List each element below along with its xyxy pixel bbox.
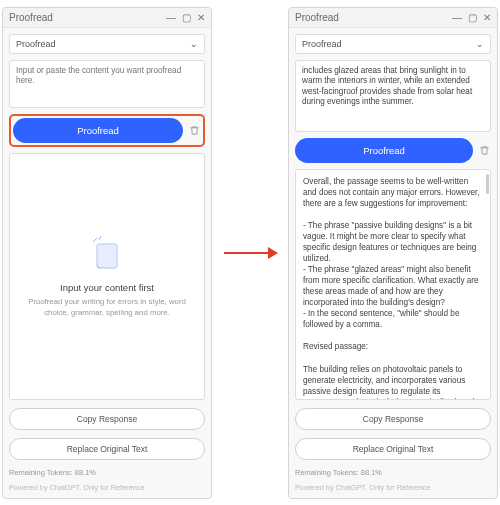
window-title: Proofread <box>295 12 339 23</box>
mode-dropdown[interactable]: Proofread ⌄ <box>9 34 205 54</box>
remaining-tokens: Remaining Tokens: 88.1% <box>9 468 205 477</box>
svg-marker-4 <box>268 247 278 259</box>
proofread-button[interactable]: Proofread <box>295 138 473 163</box>
replace-original-button[interactable]: Replace Original Text <box>9 438 205 460</box>
close-icon[interactable]: ✕ <box>197 12 205 23</box>
titlebar: Proofread — ▢ ✕ <box>289 8 497 28</box>
chevron-down-icon: ⌄ <box>476 39 484 49</box>
trash-icon[interactable] <box>187 125 201 136</box>
powered-by: Powered by ChatGPT. Only for Reference <box>9 483 205 492</box>
trash-icon[interactable] <box>477 145 491 156</box>
window-title: Proofread <box>9 12 53 23</box>
proofread-button[interactable]: Proofread <box>13 118 183 143</box>
powered-by: Powered by ChatGPT. Only for Reference <box>295 483 491 492</box>
empty-state-icon <box>89 234 125 274</box>
window-controls: — ▢ ✕ <box>452 12 491 23</box>
close-icon[interactable]: ✕ <box>483 12 491 23</box>
output-text: Overall, the passage seems to be well-wr… <box>296 170 490 399</box>
content-input[interactable]: includes glazed areas that bring sunligh… <box>295 60 491 132</box>
chevron-down-icon: ⌄ <box>190 39 198 49</box>
svg-rect-0 <box>97 244 117 268</box>
arrow-icon <box>220 243 280 263</box>
mode-dropdown[interactable]: Proofread ⌄ <box>295 34 491 54</box>
remaining-tokens: Remaining Tokens: 88.1% <box>295 468 491 477</box>
replace-original-button[interactable]: Replace Original Text <box>295 438 491 460</box>
content-input[interactable] <box>9 60 205 108</box>
dropdown-label: Proofread <box>16 39 56 49</box>
empty-title: Input your content first <box>60 282 154 293</box>
minimize-icon[interactable]: — <box>166 12 176 23</box>
copy-response-button[interactable]: Copy Response <box>295 408 491 430</box>
output-area: Overall, the passage seems to be well-wr… <box>295 169 491 400</box>
titlebar: Proofread — ▢ ✕ <box>3 8 211 28</box>
scrollbar[interactable] <box>486 174 489 194</box>
svg-line-2 <box>99 236 101 240</box>
copy-response-button[interactable]: Copy Response <box>9 408 205 430</box>
proofread-window-left: Proofread — ▢ ✕ Proofread ⌄ Proofread <box>2 7 212 499</box>
output-area: Input your content first Proofread your … <box>9 153 205 400</box>
dropdown-label: Proofread <box>302 39 342 49</box>
proofread-window-right: Proofread — ▢ ✕ Proofread ⌄ includes gla… <box>288 7 498 499</box>
maximize-icon[interactable]: ▢ <box>182 12 191 23</box>
maximize-icon[interactable]: ▢ <box>468 12 477 23</box>
highlight-frame: Proofread <box>9 114 205 147</box>
svg-line-1 <box>93 238 97 242</box>
empty-subtitle: Proofread your writing for errors in sty… <box>22 297 192 317</box>
window-controls: — ▢ ✕ <box>166 12 205 23</box>
minimize-icon[interactable]: — <box>452 12 462 23</box>
